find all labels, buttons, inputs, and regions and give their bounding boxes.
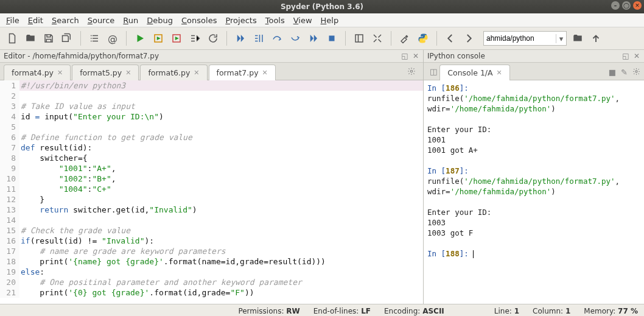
code-line[interactable]: 1#!/usr/bin/env python3 xyxy=(0,80,423,91)
menu-consoles[interactable]: Consoles xyxy=(181,16,217,25)
code-content[interactable]: "1004":"C+" xyxy=(19,184,111,194)
code-content[interactable]: "1001":"A+", xyxy=(19,163,116,174)
code-content[interactable]: return switcher.get(id,"Invalid") xyxy=(19,205,197,215)
chevron-down-icon[interactable]: ▾ xyxy=(556,34,566,43)
menu-file[interactable]: File xyxy=(6,16,19,25)
debug-over-button[interactable] xyxy=(270,31,284,46)
code-content[interactable]: # Check the grade value xyxy=(19,225,130,236)
code-line[interactable]: 17 # name are grade are keyword paramete… xyxy=(0,246,423,256)
console-line[interactable]: In [188]: xyxy=(427,248,640,259)
code-line[interactable]: 6# Define function to get grade value xyxy=(0,132,423,142)
code-content[interactable]: # Define function to get grade value xyxy=(19,132,192,142)
menu-search[interactable]: Search xyxy=(52,16,79,25)
window-maximize-button[interactable]: ◯ xyxy=(622,1,631,10)
undock-icon[interactable]: ◱ xyxy=(622,52,629,60)
gear-icon[interactable] xyxy=(632,68,640,77)
new-file-button[interactable] xyxy=(5,31,19,46)
code-content[interactable] xyxy=(19,122,21,132)
open-file-button[interactable] xyxy=(23,31,38,46)
gear-icon[interactable] xyxy=(404,65,419,80)
back-button[interactable] xyxy=(443,31,458,46)
code-content[interactable]: switcher={ xyxy=(19,153,88,163)
code-line[interactable]: 12 } xyxy=(0,194,423,205)
code-line[interactable]: 19else: xyxy=(0,267,423,277)
parent-dir-button[interactable] xyxy=(589,31,603,46)
run-button[interactable] xyxy=(133,31,147,46)
code-line[interactable]: 18 print('{name} got {grade}'.format(nam… xyxy=(0,256,423,267)
tab-format5-py[interactable]: format5.py✕ xyxy=(72,65,139,80)
code-content[interactable]: id = input("Enter your ID:\n") xyxy=(19,111,164,122)
code-line[interactable]: 20 # One positinal parameter and another… xyxy=(0,277,423,287)
menu-view[interactable]: View xyxy=(293,16,312,25)
rerun-button[interactable] xyxy=(206,31,220,46)
menu-source[interactable]: Source xyxy=(88,16,115,25)
preferences-button[interactable] xyxy=(397,31,412,46)
code-content[interactable]: # One positinal parameter and another ke… xyxy=(19,277,302,287)
tab-console[interactable]: Console 1/A ✕ xyxy=(439,65,510,80)
code-content[interactable]: "1002":"B+", xyxy=(19,174,116,184)
code-content[interactable]: print('{name} got {grade}'.format(name=i… xyxy=(19,256,326,267)
code-content[interactable]: #!/usr/bin/env python3 xyxy=(19,80,125,91)
menu-run[interactable]: Run xyxy=(123,16,138,25)
code-content[interactable]: } xyxy=(19,194,44,205)
close-icon[interactable]: ✕ xyxy=(497,69,502,77)
run-cell-advance-button[interactable] xyxy=(169,31,184,46)
code-content[interactable] xyxy=(19,215,21,225)
close-icon[interactable]: ✕ xyxy=(262,69,268,77)
menu-edit[interactable]: Edit xyxy=(28,16,43,25)
code-content[interactable]: # Take ID value as input xyxy=(19,101,135,111)
code-line[interactable]: 3# Take ID value as input xyxy=(0,101,423,111)
code-line[interactable]: 16if(result(id) != "Invalid"): xyxy=(0,236,423,246)
tab-format6-py[interactable]: format6.py✕ xyxy=(140,65,207,80)
list-button[interactable] xyxy=(87,31,102,46)
close-icon[interactable]: ✕ xyxy=(194,69,199,77)
code-line[interactable]: 4id = input("Enter your ID:\n") xyxy=(0,111,423,122)
browse-dir-button[interactable] xyxy=(570,31,585,46)
fullscreen-button[interactable] xyxy=(370,31,385,46)
code-content[interactable]: # name are grade are keyword parameters xyxy=(19,246,226,256)
close-icon[interactable]: ✕ xyxy=(125,69,131,77)
code-line[interactable]: 10 "1002":"B+", xyxy=(0,174,423,184)
stop-icon[interactable]: ■ xyxy=(609,68,616,77)
debug-stop-button[interactable] xyxy=(324,31,339,46)
edit-icon[interactable]: ✎ xyxy=(621,68,628,77)
window-minimize-button[interactable]: – xyxy=(611,1,620,10)
code-editor[interactable]: 1#!/usr/bin/env python323# Take ID value… xyxy=(0,80,423,304)
close-panel-icon[interactable]: ✕ xyxy=(633,52,640,60)
code-line[interactable]: 7def result(id): xyxy=(0,142,423,153)
debug-step-button[interactable] xyxy=(233,31,248,46)
debug-into-button[interactable] xyxy=(251,31,266,46)
code-line[interactable]: 2 xyxy=(0,91,423,101)
working-dir-box[interactable]: ▾ xyxy=(483,31,567,46)
close-icon[interactable]: ✕ xyxy=(57,69,63,77)
code-content[interactable]: print('{0} got {grade}'.format(id,grade=… xyxy=(19,287,254,298)
code-line[interactable]: 9 "1001":"A+", xyxy=(0,163,423,174)
code-line[interactable]: 11 "1004":"C+" xyxy=(0,184,423,194)
run-selection-button[interactable] xyxy=(187,31,202,46)
console-output[interactable]: In [186]: runfile('/home/fahmida/python/… xyxy=(424,80,644,304)
menu-debug[interactable]: Debug xyxy=(147,16,173,25)
code-line[interactable]: 5 xyxy=(0,122,423,132)
code-content[interactable]: if(result(id) != "Invalid"): xyxy=(19,236,154,246)
at-button[interactable]: @ xyxy=(105,31,120,46)
code-line[interactable]: 14 xyxy=(0,215,423,225)
save-button[interactable] xyxy=(41,31,56,46)
menu-tools[interactable]: Tools xyxy=(265,16,285,25)
close-panel-icon[interactable]: ✕ xyxy=(412,52,419,60)
code-line[interactable]: 13 return switcher.get(id,"Invalid") xyxy=(0,205,423,215)
debug-out-button[interactable] xyxy=(288,31,303,46)
run-cell-button[interactable] xyxy=(151,31,166,46)
console-options-icon[interactable]: ◫ xyxy=(427,65,439,79)
code-line[interactable]: 21 print('{0} got {grade}'.format(id,gra… xyxy=(0,287,423,298)
code-content[interactable]: else: xyxy=(19,267,44,277)
debug-continue-button[interactable] xyxy=(306,31,321,46)
forward-button[interactable] xyxy=(461,31,476,46)
menu-help[interactable]: Help xyxy=(321,16,339,25)
code-content[interactable] xyxy=(19,91,21,101)
window-close-button[interactable]: ✕ xyxy=(633,1,642,10)
code-line[interactable]: 15# Check the grade value xyxy=(0,225,423,236)
code-content[interactable]: def result(id): xyxy=(19,142,92,153)
tab-format4-py[interactable]: format4.py✕ xyxy=(4,65,71,80)
undock-icon[interactable]: ◱ xyxy=(401,52,408,60)
working-dir-input[interactable] xyxy=(484,32,556,44)
